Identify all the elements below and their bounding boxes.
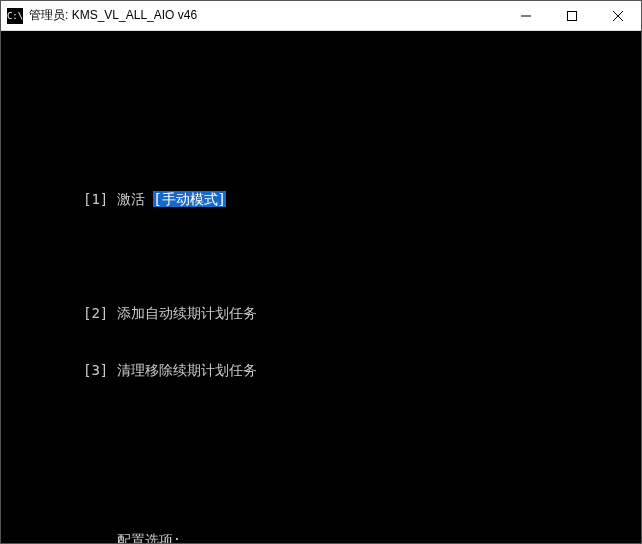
console-area[interactable]: [1] 激活 [手动模式] [2] 添加自动续期计划任务 [3] 清理移除续期计… (1, 31, 641, 543)
window-title: 管理员: KMS_VL_ALL_AIO v46 (29, 7, 503, 24)
menu-item-3: [3] 清理移除续期计划任务 (1, 361, 641, 380)
cmd-icon: C:\ (7, 8, 23, 24)
window-controls (503, 1, 641, 30)
svg-rect-1 (568, 11, 577, 20)
minimize-button[interactable] (503, 1, 549, 30)
close-button[interactable] (595, 1, 641, 30)
titlebar: C:\ 管理员: KMS_VL_ALL_AIO v46 (1, 1, 641, 31)
mode-highlight: [手动模式] (153, 191, 226, 207)
maximize-button[interactable] (549, 1, 595, 30)
section-config: 配置选项: (1, 531, 641, 544)
menu-item-1: [1] 激活 [手动模式] (1, 190, 641, 209)
menu-item-2: [2] 添加自动续期计划任务 (1, 304, 641, 323)
